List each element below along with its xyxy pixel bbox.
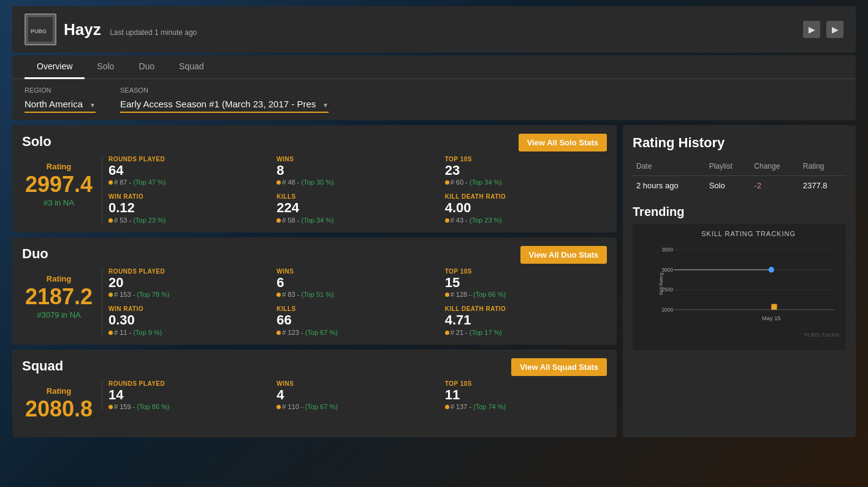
col-date: Date <box>633 159 706 176</box>
svg-text:2000: 2000 <box>661 307 673 313</box>
stat-cell: TOP 10S 23 # 60 - (Top 34 %) <box>445 156 607 186</box>
stat-cell: ROUNDS PLAYED 64 # 87 - (Top 47 %) <box>108 156 270 186</box>
svg-text:May  15: May 15 <box>762 315 781 321</box>
season-filter: Season Early Access Season #1 (March 23,… <box>120 86 329 113</box>
right-panel: Rating History Date Playlist Change Rati… <box>623 125 856 437</box>
header-bar: PUBG Hayz Last updated 1 minute ago ▶ ▶ <box>12 6 856 53</box>
svg-text:3000: 3000 <box>661 267 673 273</box>
left-panel: Solo View All Solo Stats Rating 2997.4 #… <box>12 125 617 437</box>
twitch-icon-2[interactable]: ▶ <box>826 21 843 38</box>
season-label: Season <box>120 86 329 94</box>
solo-rating-label: Rating <box>47 162 71 171</box>
stat-cell: WIN RATIO 0.12 # 53 - (Top 23 %) <box>108 193 270 223</box>
chart-attribution: PUBG Tracker <box>657 332 840 338</box>
stat-cell: KILLS 224 # 58 - (Top 34 %) <box>276 193 438 223</box>
duo-rating-block: Rating 2187.2 #3079 in NA <box>22 268 102 326</box>
duo-rating-rank: #3079 in NA <box>37 310 81 320</box>
region-select-wrapper: North America Europe Asia ▼ <box>25 96 96 113</box>
stat-cell: WIN RATIO 0.30 # 11 - (Top 9 %) <box>108 305 270 336</box>
stat-cell: WINS 6 # 83 - (Top 51 %) <box>276 268 438 298</box>
duo-title: Duo <box>22 246 607 262</box>
rating-history-row: 2 hours ago Solo -2 2377.8 <box>633 176 846 196</box>
squad-stats-grid: ROUNDS PLAYED 14 # 159 - (Top 86 %) WINS… <box>102 380 607 410</box>
username: Hayz <box>64 20 101 39</box>
header-info: Hayz Last updated 1 minute ago <box>64 20 197 39</box>
skill-rating-chart: Skill Rating 3500 3000 2500 2000 <box>657 241 840 327</box>
squad-rating-value: 2080.8 <box>25 398 93 420</box>
svg-text:PUBG: PUBG <box>31 28 47 34</box>
tab-squad[interactable]: Squad <box>167 55 216 79</box>
header-left: PUBG Hayz Last updated 1 minute ago <box>25 13 197 45</box>
stat-cell: TOP 10S 15 # 128 - (Top 66 %) <box>445 268 607 298</box>
solo-inner: Rating 2997.4 #3 in NA ROUNDS PLAYED 64 … <box>22 156 607 224</box>
chart-area: SKILL RATING TRACKING Skill Rating 3500 … <box>633 224 846 350</box>
twitch-icon-1[interactable]: ▶ <box>803 21 820 38</box>
stat-cell: ROUNDS PLAYED 20 # 153 - (Top 78 %) <box>108 268 270 298</box>
solo-rating-block: Rating 2997.4 #3 in NA <box>22 156 102 213</box>
svg-rect-13 <box>771 304 777 310</box>
squad-rating-label: Rating <box>47 386 71 396</box>
stat-cell: KILL DEATH RATIO 4.71 # 21 - (Top 17 %) <box>445 305 607 336</box>
solo-section: Solo View All Solo Stats Rating 2997.4 #… <box>12 125 617 232</box>
col-change: Change <box>750 159 799 176</box>
tab-duo[interactable]: Duo <box>126 55 167 79</box>
solo-rating-rank: #3 in NA <box>44 198 74 207</box>
rating-history-title: Rating History <box>633 135 846 151</box>
rating-history-table: Date Playlist Change Rating 2 hours ago … <box>633 159 846 195</box>
stat-cell: TOP 10S 11 # 137 - (Top 74 %) <box>445 380 607 410</box>
duo-stats-grid: ROUNDS PLAYED 20 # 153 - (Top 78 %) WINS… <box>102 268 607 336</box>
stat-cell: WINS 4 # 110 - (Top 67 %) <box>276 380 438 410</box>
stat-cell: KILL DEATH RATIO 4.00 # 43 - (Top 23 %) <box>445 193 607 223</box>
svg-point-12 <box>769 267 774 272</box>
stat-cell: KILLS 66 # 123 - (Top 67 %) <box>276 305 438 336</box>
squad-rating-block: Rating 2080.8 <box>22 380 102 429</box>
duo-inner: Rating 2187.2 #3079 in NA ROUNDS PLAYED … <box>22 268 607 336</box>
solo-rating-value: 2997.4 <box>25 174 93 196</box>
main-layout: Solo View All Solo Stats Rating 2997.4 #… <box>12 125 856 437</box>
region-filter: Region North America Europe Asia ▼ <box>25 86 96 113</box>
last-updated: Last updated 1 minute ago <box>110 28 197 37</box>
duo-section: Duo View All Duo Stats Rating 2187.2 #30… <box>12 237 617 345</box>
tab-overview[interactable]: Overview <box>25 55 85 79</box>
duo-rating-value: 2187.2 <box>25 286 93 308</box>
stat-cell: WINS 8 # 48 - (Top 30 %) <box>276 156 438 186</box>
squad-inner: Rating 2080.8 ROUNDS PLAYED 14 # 159 - (… <box>22 380 607 429</box>
season-select[interactable]: Early Access Season #1 (March 23, 2017 -… <box>120 96 329 113</box>
filter-bar: Region North America Europe Asia ▼ Seaso… <box>12 79 856 120</box>
avatar: PUBG <box>25 13 56 45</box>
view-all-solo-button[interactable]: View All Solo Stats <box>519 134 607 151</box>
view-all-squad-button[interactable]: View All Squad Stats <box>511 358 607 376</box>
nav-tabs: Overview Solo Duo Squad <box>12 55 856 79</box>
region-select[interactable]: North America Europe Asia <box>25 96 96 113</box>
view-all-duo-button[interactable]: View All Duo Stats <box>520 246 607 264</box>
col-playlist: Playlist <box>706 159 751 176</box>
season-select-wrapper: Early Access Season #1 (March 23, 2017 -… <box>120 96 329 113</box>
chart-title: SKILL RATING TRACKING <box>657 230 840 237</box>
stat-cell: ROUNDS PLAYED 14 # 159 - (Top 86 %) <box>108 380 270 410</box>
header-icons: ▶ ▶ <box>803 21 843 38</box>
solo-stats-grid: ROUNDS PLAYED 64 # 87 - (Top 47 %) WINS … <box>102 156 607 224</box>
duo-rating-label: Rating <box>47 274 71 283</box>
tab-solo[interactable]: Solo <box>85 55 126 79</box>
svg-text:2500: 2500 <box>661 286 673 293</box>
svg-text:3500: 3500 <box>661 247 673 253</box>
trending-title: Trending <box>633 205 846 219</box>
col-rating: Rating <box>799 159 846 176</box>
squad-section: Squad View All Squad Stats Rating 2080.8… <box>12 350 617 437</box>
region-label: Region <box>25 86 96 94</box>
